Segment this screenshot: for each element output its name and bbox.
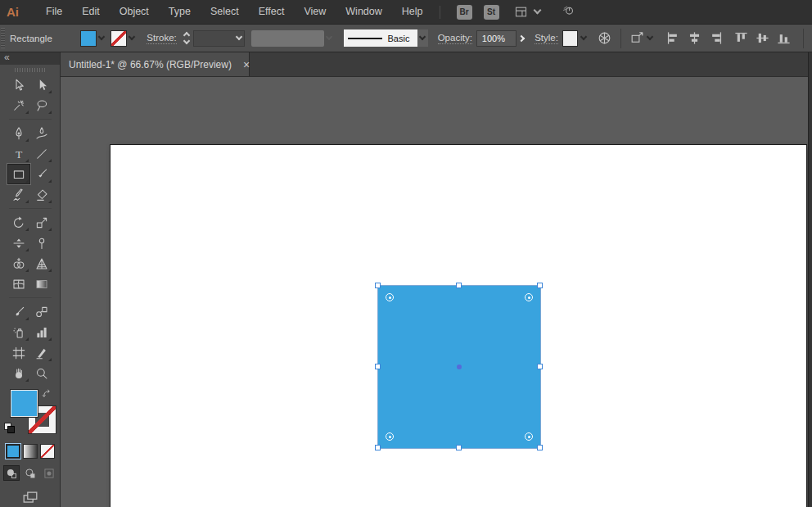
puppet-warp-tool[interactable] bbox=[30, 233, 53, 253]
none-button[interactable] bbox=[40, 444, 55, 459]
menu-item-object[interactable]: Object bbox=[110, 0, 159, 24]
collapse-panel-button[interactable]: « bbox=[4, 52, 10, 63]
menu-item-type[interactable]: Type bbox=[159, 0, 201, 24]
menu-item-effect[interactable]: Effect bbox=[249, 0, 295, 24]
selection-handle[interactable] bbox=[537, 283, 543, 288]
mesh-tool[interactable] bbox=[7, 274, 30, 294]
stroke-color-dropdown-button[interactable] bbox=[127, 30, 138, 47]
line-segment-tool[interactable] bbox=[30, 143, 53, 164]
selection-handle[interactable] bbox=[456, 283, 462, 288]
draw-behind-icon bbox=[24, 467, 37, 480]
menu-item-view[interactable]: View bbox=[294, 0, 336, 24]
fill-color-dropdown-button[interactable] bbox=[97, 30, 107, 47]
change-screen-mode-button[interactable] bbox=[0, 489, 60, 507]
style-panel-link[interactable]: Style: bbox=[535, 33, 558, 44]
brush-definition-select[interactable]: Basic bbox=[344, 29, 417, 47]
menu-item-select[interactable]: Select bbox=[201, 0, 249, 24]
selection-handle[interactable] bbox=[537, 364, 543, 369]
lasso-tool[interactable] bbox=[30, 95, 53, 115]
live-corner-widget[interactable] bbox=[386, 432, 394, 441]
align-top-button[interactable] bbox=[733, 30, 749, 46]
menu-item-file[interactable]: File bbox=[36, 0, 72, 24]
menu-item-window[interactable]: Window bbox=[336, 0, 391, 24]
column-graph-tool[interactable] bbox=[30, 322, 53, 342]
curvature-tool[interactable] bbox=[30, 123, 53, 143]
screen-mode-icon bbox=[20, 489, 40, 507]
gradient-tool[interactable] bbox=[30, 274, 53, 294]
opacity-flyout-button[interactable] bbox=[517, 30, 527, 47]
draw-inside-mode-button[interactable] bbox=[41, 465, 57, 481]
active-tool-name: Rectangle bbox=[10, 34, 59, 43]
stock-button[interactable]: St bbox=[484, 5, 499, 20]
align-right-button[interactable] bbox=[708, 30, 724, 46]
align-horizontal-center-button[interactable] bbox=[687, 30, 702, 46]
eyedropper-tool[interactable] bbox=[7, 301, 30, 322]
draw-behind-mode-button[interactable] bbox=[22, 465, 38, 481]
tool-group-divider bbox=[7, 205, 53, 212]
stroke-color-swatch[interactable] bbox=[111, 30, 126, 47]
fill-color-swatch[interactable] bbox=[80, 30, 96, 47]
live-corner-widget[interactable] bbox=[525, 293, 533, 301]
menu-item-edit[interactable]: Edit bbox=[72, 0, 110, 24]
hand-tool[interactable] bbox=[7, 363, 30, 383]
document-tab[interactable]: Untitled-1* @ 66.67% (RGB/Preview) × bbox=[61, 52, 250, 76]
selection-handle[interactable] bbox=[375, 364, 381, 369]
align-left-button[interactable] bbox=[665, 30, 681, 46]
stroke-weight-stepper[interactable] bbox=[182, 29, 192, 48]
default-fill-stroke-button[interactable] bbox=[4, 423, 15, 433]
paintbrush-tool[interactable] bbox=[30, 164, 53, 184]
slice-tool[interactable] bbox=[30, 342, 53, 363]
brush-definition-dropdown-button[interactable] bbox=[417, 29, 428, 47]
live-corner-widget[interactable] bbox=[386, 293, 394, 301]
selection-handle[interactable] bbox=[375, 283, 381, 288]
panel-drag-grip[interactable] bbox=[0, 65, 60, 75]
width-tool[interactable] bbox=[7, 233, 30, 253]
gpu-performance-button[interactable] bbox=[562, 3, 575, 20]
shaper-tool[interactable] bbox=[7, 184, 30, 205]
tab-close-icon[interactable]: × bbox=[243, 59, 250, 70]
align-vertical-center-button[interactable] bbox=[755, 30, 770, 46]
tool-group-divider bbox=[7, 115, 53, 123]
workspace-switcher-button[interactable] bbox=[514, 5, 540, 19]
transform-button[interactable] bbox=[629, 30, 652, 46]
shape-builder-tool[interactable] bbox=[7, 253, 30, 274]
artboard-tool[interactable] bbox=[7, 342, 30, 363]
fill-proxy-swatch[interactable] bbox=[11, 390, 38, 417]
rectangle-tool[interactable] bbox=[7, 164, 30, 184]
selection-handle[interactable] bbox=[537, 445, 543, 450]
menu-item-help[interactable]: Help bbox=[392, 0, 433, 24]
width-profile-dropdown-button bbox=[324, 30, 335, 47]
blend-tool[interactable] bbox=[30, 301, 53, 322]
selection-handle[interactable] bbox=[375, 445, 381, 450]
stroke-panel-link[interactable]: Stroke: bbox=[147, 33, 176, 44]
chevron-down-icon bbox=[580, 34, 586, 40]
swap-fill-stroke-button[interactable] bbox=[41, 388, 53, 404]
opacity-input[interactable]: 100% bbox=[476, 30, 517, 47]
stroke-weight-select[interactable] bbox=[193, 30, 244, 47]
magic-wand-tool[interactable] bbox=[7, 95, 30, 115]
canvas[interactable] bbox=[61, 77, 812, 507]
align-bottom-button[interactable] bbox=[776, 30, 792, 46]
pen-tool[interactable] bbox=[7, 123, 30, 143]
rotate-tool[interactable] bbox=[7, 212, 30, 233]
perspective-grid-tool[interactable] bbox=[30, 253, 53, 274]
bridge-button[interactable]: Br bbox=[457, 5, 472, 20]
zoom-tool[interactable] bbox=[30, 363, 53, 383]
menu-bar: Ai FileEditObjectTypeSelectEffectViewWin… bbox=[0, 0, 812, 25]
eraser-tool[interactable] bbox=[30, 184, 53, 205]
type-tool[interactable]: T bbox=[7, 143, 30, 164]
recolor-artwork-button[interactable] bbox=[597, 30, 612, 46]
direct-selection-tool[interactable] bbox=[30, 75, 53, 95]
scale-tool[interactable] bbox=[30, 212, 53, 233]
style-dropdown-button[interactable] bbox=[578, 30, 589, 47]
symbol-sprayer-tool[interactable] bbox=[7, 322, 30, 342]
live-corner-widget[interactable] bbox=[525, 432, 533, 441]
color-button[interactable] bbox=[6, 444, 20, 459]
gradient-button[interactable] bbox=[23, 444, 38, 459]
opacity-panel-link[interactable]: Opacity: bbox=[438, 33, 472, 44]
illustrator-logo-icon: Ai bbox=[7, 5, 28, 19]
selection-tool[interactable] bbox=[7, 75, 30, 95]
style-swatch[interactable] bbox=[562, 30, 578, 47]
draw-normal-mode-button[interactable] bbox=[3, 465, 20, 481]
selection-handle[interactable] bbox=[456, 445, 462, 450]
